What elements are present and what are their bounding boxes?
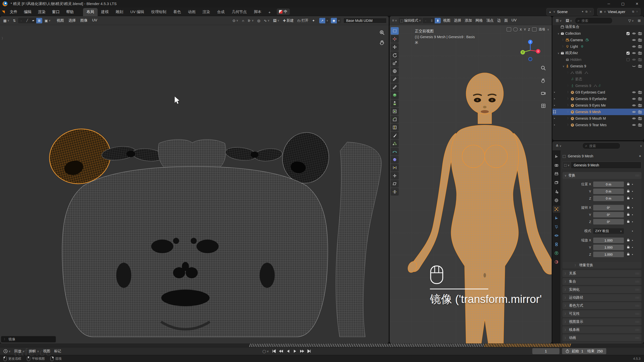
hide-eye-toggle[interactable]	[632, 38, 636, 42]
world-tab[interactable]	[553, 197, 560, 204]
constraints-tab[interactable]	[553, 241, 560, 248]
lock-icon[interactable]	[626, 247, 630, 248]
outliner-display-mode-dropdown[interactable]: 🖽∨	[565, 18, 573, 23]
view3d-menu-item[interactable]: 面	[503, 18, 510, 23]
disable-render-toggle[interactable]	[638, 31, 642, 35]
outliner-row[interactable]: 〉Light	[552, 43, 644, 50]
blender-menu-icon[interactable]: ◥	[0, 10, 7, 14]
workspace-tab[interactable]: 动画	[184, 8, 199, 16]
copy-icon[interactable]: ⧉	[585, 10, 587, 13]
workspace-tab[interactable]: 脚本	[250, 8, 265, 16]
navigation-gizmo[interactable]: Z Y X	[519, 39, 542, 62]
pin-icon[interactable]: ✦	[638, 154, 641, 158]
knife-tool[interactable]	[391, 132, 399, 139]
move-tool[interactable]	[391, 43, 399, 51]
disable-render-toggle[interactable]	[638, 64, 642, 68]
ortho-grid-icon[interactable]	[541, 103, 546, 109]
edge-slide-tool[interactable]	[391, 164, 399, 171]
hide-eye-toggle[interactable]	[632, 31, 636, 35]
axis-x-toggle[interactable]: X	[520, 28, 522, 31]
editor-type-button[interactable]: ▩∨	[2, 18, 11, 23]
expander-arrow-icon[interactable]: 〉	[561, 38, 566, 42]
uv-vertex-select-button[interactable]: ∙	[18, 18, 24, 23]
unlink-icon[interactable]: ✕	[636, 10, 638, 13]
expander-arrow-icon[interactable]: 〉	[567, 110, 571, 114]
view3d-menu-item[interactable]: 顶点	[485, 18, 495, 23]
outliner-row[interactable]: 〉Genesis 9 Eyelashe	[552, 96, 644, 102]
unlink-icon[interactable]: ✕	[589, 10, 591, 13]
animate-dot[interactable]: •	[630, 213, 634, 217]
image-open-button[interactable]: 🗀打开	[296, 18, 310, 23]
property-section-header[interactable]: 〉 关系 ∷∷	[562, 270, 641, 277]
axis-y-toggle[interactable]: Y	[524, 28, 526, 31]
lock-icon[interactable]	[626, 198, 630, 199]
disable-render-toggle[interactable]	[638, 51, 642, 55]
uv-sticky-select-dropdown[interactable]: ▣∨	[43, 18, 52, 23]
rip-region-tool[interactable]	[391, 188, 399, 196]
scene-tab[interactable]	[553, 188, 560, 195]
view3d-menu-item[interactable]: 网格	[474, 18, 485, 23]
proportional-edit-toggle[interactable]: ◎	[256, 18, 261, 23]
chevron-down-icon[interactable]: ∨	[337, 18, 341, 23]
extrude-tool[interactable]	[391, 100, 399, 107]
transform-value-field[interactable]: 0 m	[593, 189, 624, 194]
zoom-icon[interactable]	[379, 30, 385, 36]
close-button[interactable]: ✕	[630, 0, 644, 8]
workspace-tab[interactable]: 建模	[98, 8, 112, 16]
property-section-header[interactable]: 〉 线条画 ∷∷	[562, 326, 641, 333]
workspace-tab[interactable]: 布局	[83, 8, 98, 16]
topbar-menu-item[interactable]: 编辑	[21, 8, 35, 16]
outliner-row[interactable]: 〉Genesis 9 Tear Mes	[552, 122, 644, 128]
pin-icon[interactable]: ✦	[311, 18, 316, 23]
language-workspace-tab[interactable]: 中	[277, 9, 290, 15]
lock-icon[interactable]	[626, 254, 630, 255]
expander-arrow-icon[interactable]: ∨	[556, 32, 560, 35]
poly-build-tool[interactable]	[391, 140, 399, 147]
uv-island-select-button[interactable]: ▥	[36, 18, 42, 23]
outliner-row[interactable]: Hidden	[552, 56, 644, 63]
exclude-checkbox[interactable]	[626, 51, 630, 55]
play-reverse-button[interactable]	[285, 348, 291, 354]
disable-render-toggle[interactable]	[638, 90, 642, 94]
maximize-button[interactable]: ▢	[616, 0, 630, 8]
hide-eye-toggle[interactable]	[632, 116, 636, 120]
workspace-tab[interactable]: 渲染	[199, 8, 214, 16]
prev-keyframe-button[interactable]	[278, 348, 284, 354]
transform-value-field[interactable]: 0°	[593, 212, 624, 217]
animate-dot[interactable]: •	[630, 239, 634, 242]
pin-icon[interactable]: ✦	[581, 10, 584, 13]
hide-eye-toggle[interactable]	[632, 64, 636, 68]
disable-render-toggle[interactable]	[638, 103, 642, 107]
property-section-header[interactable]: 〉 可见性 ∷∷	[562, 310, 641, 317]
pan-hand-icon[interactable]	[379, 40, 385, 46]
chevron-down-icon[interactable]: ∨	[325, 18, 329, 23]
lock-icon[interactable]	[626, 214, 630, 216]
disable-render-toggle[interactable]	[638, 116, 642, 120]
expander-arrow-icon[interactable]: ∨	[561, 65, 566, 68]
lock-icon[interactable]	[626, 221, 630, 223]
annotate-tool[interactable]	[391, 75, 399, 83]
expander-arrow-icon[interactable]: 〉	[567, 90, 571, 94]
zoom-icon[interactable]	[541, 65, 546, 71]
outliner-search-input[interactable]	[581, 19, 610, 23]
expander-arrow-icon[interactable]: 〉	[567, 123, 571, 127]
animate-dot[interactable]: •	[630, 220, 634, 224]
spin-tool[interactable]	[391, 148, 399, 155]
expander-arrow-icon[interactable]: 〉	[567, 71, 571, 74]
snap-toggle[interactable]: ∩	[240, 18, 246, 23]
expander-arrow-icon[interactable]: 〉	[567, 97, 571, 101]
outliner-row[interactable]: 〉Genesis 9 Mesh	[552, 109, 644, 115]
modifiers-tab[interactable]	[553, 214, 560, 221]
loop-cut-tool[interactable]	[391, 124, 399, 131]
uv-overlays-toggle[interactable]: ◉	[331, 18, 337, 23]
next-keyframe-button[interactable]	[299, 348, 305, 354]
editor-type-button[interactable]: ≛∨	[554, 143, 563, 148]
uv-edge-select-button[interactable]: ╱	[24, 18, 30, 23]
workspace-tab[interactable]: 合成	[214, 8, 228, 16]
animate-dot[interactable]: •	[630, 229, 634, 233]
lock-icon[interactable]	[626, 240, 630, 241]
outliner-row[interactable]: 〉动画	[552, 69, 644, 76]
disable-render-toggle[interactable]	[638, 38, 642, 42]
outliner-search[interactable]: ⌕	[575, 17, 613, 24]
workspace-tab[interactable]: UV 编辑	[127, 8, 148, 16]
